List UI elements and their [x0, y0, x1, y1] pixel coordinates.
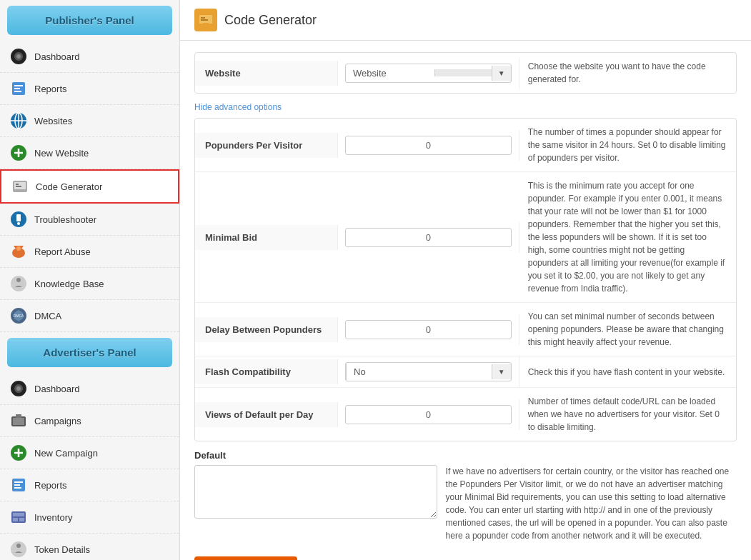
minimal-bid-desc: This is the minimum rate you accept for … — [519, 172, 736, 302]
sidebar-item-dmca[interactable]: DMCA DMCA — [0, 300, 179, 332]
publisher-panel-header: Publisher's Panel — [7, 6, 172, 35]
popunders-label: Popunders Per Visitor — [195, 133, 338, 158]
delay-desc: You can set minimal number of seconds be… — [519, 303, 736, 356]
main-form-section: Popunders Per Visitor The number of time… — [194, 118, 737, 441]
delay-input-cell — [338, 314, 519, 345]
advertiser-panel-header: Advertiser's Panel — [7, 338, 172, 367]
website-select-value — [434, 69, 492, 76]
advanced-toggle[interactable]: Hide advanced options — [194, 102, 737, 112]
code-generator-header-icon — [194, 9, 217, 31]
default-section-title: Default — [194, 450, 737, 461]
sidebar-item-dashboard-label: Dashboard — [34, 51, 80, 62]
svg-rect-38 — [14, 481, 23, 483]
views-input[interactable] — [345, 405, 512, 424]
svg-point-2 — [16, 54, 21, 59]
flash-row: Flash Compatibility Flash Compatibility … — [195, 356, 736, 388]
minimal-bid-row: Minimal Bid This is the minimum rate you… — [195, 172, 736, 303]
generate-code-button[interactable]: Generate Code — [194, 556, 297, 560]
svg-rect-6 — [14, 91, 21, 92]
popunders-input-cell — [338, 130, 519, 161]
sidebar-item-adv-reports-label: Reports — [34, 480, 67, 491]
svg-rect-15 — [14, 182, 26, 189]
svg-point-23 — [16, 246, 21, 251]
sidebar-item-websites[interactable]: Websites — [0, 105, 179, 137]
sidebar-item-campaigns[interactable]: Campaigns — [0, 405, 179, 437]
popunders-desc: The number of times a popunder should ap… — [519, 119, 736, 171]
website-select-cell: Website ▼ — [338, 58, 519, 89]
svg-rect-19 — [16, 214, 21, 221]
svg-rect-5 — [14, 88, 20, 89]
sidebar-item-reports[interactable]: Reports — [0, 73, 179, 105]
svg-point-20 — [17, 222, 20, 225]
knowledge-base-icon — [9, 274, 29, 294]
views-row: Views of Default per Day Number of times… — [195, 388, 736, 441]
sidebar-item-code-generator-label: Code Generator — [36, 181, 102, 192]
popunders-row: Popunders Per Visitor The number of time… — [195, 119, 736, 172]
code-generator-icon — [10, 176, 30, 196]
svg-rect-44 — [19, 518, 24, 521]
main-header: Code Generator — [180, 0, 751, 41]
form-area: Website Website ▼ Choose the website you… — [180, 41, 751, 560]
svg-rect-53 — [203, 23, 209, 25]
website-select[interactable]: Website ▼ — [345, 64, 512, 83]
website-desc: Choose the website you want to have the … — [519, 53, 736, 93]
adv-reports-icon — [9, 475, 29, 495]
sidebar-item-new-website-label: New Website — [34, 148, 89, 159]
dashboard-icon — [9, 46, 29, 66]
new-website-icon — [9, 143, 29, 163]
sidebar-item-troubleshooter[interactable]: Troubleshooter — [0, 204, 179, 236]
views-desc: Number of times default code/URL can be … — [519, 388, 736, 441]
sidebar-item-new-website[interactable]: New Website — [0, 137, 179, 169]
minimal-bid-input[interactable] — [345, 228, 512, 247]
delay-input[interactable] — [345, 320, 512, 339]
delay-row: Delay Between Popunders You can set mini… — [195, 303, 736, 356]
svg-rect-32 — [13, 418, 24, 425]
sidebar-item-code-generator[interactable]: Code Generator — [0, 169, 179, 204]
flash-select-cell: Flash Compatibility No ▼ — [338, 356, 519, 387]
sidebar-item-inventory-label: Inventory — [34, 512, 72, 523]
website-label: Website — [195, 61, 338, 86]
flash-select-value: No — [346, 363, 492, 381]
sidebar-item-new-campaign[interactable]: New Campaign — [0, 437, 179, 469]
sidebar-item-report-abuse-label: Report Abuse — [34, 246, 91, 257]
main-content: Code Generator Website Website ▼ Choose … — [180, 0, 751, 560]
troubleshooter-icon — [9, 209, 29, 229]
sidebar-item-dashboard[interactable]: Dashboard — [0, 41, 179, 73]
svg-rect-39 — [14, 484, 20, 486]
svg-text:DMCA: DMCA — [14, 314, 24, 318]
sidebar-item-knowledge-base[interactable]: Knowledge Base — [0, 268, 179, 300]
sidebar-item-adv-dashboard-label: Dashboard — [34, 384, 80, 394]
adv-dashboard-icon — [9, 379, 29, 399]
dmca-icon: DMCA — [9, 306, 29, 326]
sidebar-item-token-details[interactable]: Token Details — [0, 534, 179, 560]
sidebar-item-adv-reports[interactable]: Reports — [0, 469, 179, 501]
website-section: Website Website ▼ Choose the website you… — [194, 52, 737, 94]
sidebar-item-dmca-label: DMCA — [34, 311, 61, 321]
minimal-bid-input-cell — [338, 222, 519, 253]
flash-desc: Check this if you have flash content in … — [519, 359, 736, 386]
sidebar-item-reports-label: Reports — [34, 84, 67, 94]
website-row: Website Website ▼ Choose the website you… — [195, 53, 736, 93]
sidebar-item-report-abuse[interactable]: Report Abuse — [0, 236, 179, 268]
svg-rect-50 — [199, 15, 212, 24]
sidebar-item-inventory[interactable]: Inventory — [0, 501, 179, 534]
default-row: If we have no advertisers for certain co… — [194, 465, 737, 542]
sidebar-item-new-campaign-label: New Campaign — [34, 448, 98, 459]
svg-rect-40 — [14, 487, 21, 489]
sidebar-item-websites-label: Websites — [34, 116, 72, 126]
sidebar-item-token-details-label: Token Details — [34, 544, 90, 555]
popunders-input[interactable] — [345, 136, 512, 155]
sidebar-item-adv-dashboard[interactable]: Dashboard — [0, 373, 179, 405]
svg-point-30 — [16, 386, 21, 391]
reports-icon — [9, 79, 29, 99]
svg-rect-43 — [13, 518, 18, 521]
minimal-bid-label: Minimal Bid — [195, 225, 338, 250]
flash-select[interactable]: Flash Compatibility No ▼ — [345, 362, 512, 381]
views-input-cell — [338, 399, 519, 430]
default-textarea[interactable] — [194, 465, 437, 519]
sidebar: Publisher's Panel Dashboard Reports Webs… — [0, 0, 180, 560]
svg-rect-42 — [13, 513, 24, 516]
default-desc: If we have no advertisers for certain co… — [446, 465, 737, 542]
websites-icon — [9, 111, 29, 131]
sidebar-item-troubleshooter-label: Troubleshooter — [34, 214, 96, 225]
